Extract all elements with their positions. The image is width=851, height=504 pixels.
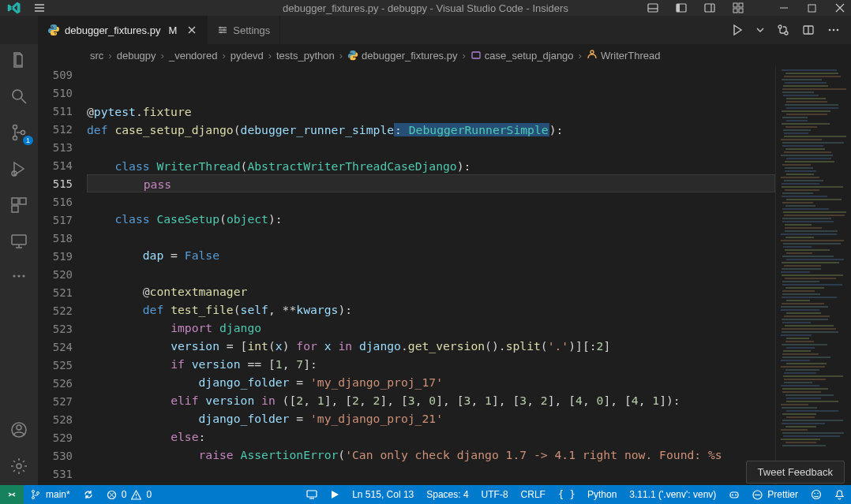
code-line[interactable] [87, 228, 775, 246]
code-line[interactable]: if version == [1, 7]: [87, 355, 775, 373]
code-line[interactable]: elif version in ([2, 1], [2, 2], [3, 0],… [87, 391, 775, 409]
branch-indicator[interactable]: main* [24, 489, 77, 500]
breadcrumb-item[interactable]: pydevd [231, 50, 264, 62]
svg-point-26 [13, 90, 22, 99]
window-minimize-icon[interactable] [779, 3, 789, 13]
code-line[interactable]: pass [87, 174, 775, 192]
extensions-icon[interactable] [9, 196, 28, 215]
breadcrumb-item[interactable]: src [90, 50, 103, 62]
indent-indicator[interactable]: Spaces: 4 [420, 489, 474, 500]
code-line[interactable] [87, 192, 775, 210]
sync-indicator[interactable] [77, 489, 100, 500]
breadcrumb-item[interactable]: tests_python [276, 50, 335, 62]
svg-point-20 [785, 32, 788, 35]
code-line[interactable]: class WriterThread(AbstractWriterThreadC… [87, 157, 775, 175]
breadcrumb-item[interactable]: _vendored [169, 50, 217, 62]
svg-point-45 [590, 50, 594, 54]
title-bar: debugger_fixtures.py - debugpy - Visual … [0, 0, 851, 16]
window-close-icon[interactable] [835, 3, 845, 13]
breadcrumb[interactable]: src›debugpy›_vendored›pydevd›tests_pytho… [38, 44, 851, 66]
editor[interactable]: 5095105115125135145155165175185195205215… [38, 66, 851, 485]
breadcrumb-item[interactable]: WriterThread [587, 50, 661, 62]
layout-grid-icon[interactable] [732, 2, 744, 14]
search-icon[interactable] [9, 87, 28, 106]
gear-icon[interactable] [9, 457, 28, 476]
more-icon[interactable] [827, 24, 840, 36]
code-line[interactable]: @contextmanager [87, 282, 775, 301]
chevron-right-icon: › [268, 50, 272, 62]
layout-sidebar-left-icon[interactable] [675, 2, 688, 14]
split-editor-icon[interactable] [802, 24, 815, 36]
run-debug-icon[interactable] [9, 159, 28, 178]
code-line[interactable]: django_folder = 'my_django_proj_17' [87, 373, 775, 391]
remote-indicator[interactable] [0, 485, 24, 504]
code-line[interactable] [87, 139, 775, 157]
svg-point-40 [22, 274, 24, 277]
feedback-icon[interactable] [804, 489, 828, 500]
code-line[interactable]: else: [87, 427, 775, 446]
code-line[interactable] [87, 264, 775, 282]
bell-icon[interactable] [828, 490, 851, 500]
cursor-position[interactable]: Ln 515, Col 13 [346, 489, 420, 500]
code-line[interactable]: raise AssertionError('Can only check dja… [87, 446, 775, 464]
breadcrumb-item[interactable]: case_setup_django [470, 50, 574, 62]
minimap[interactable] [775, 66, 851, 485]
svg-point-18 [220, 32, 223, 34]
problems-indicator[interactable]: 0 0 [100, 489, 158, 500]
accounts-icon[interactable] [9, 420, 28, 439]
code-line[interactable]: version = [int(x) for x in django.get_ve… [87, 337, 775, 355]
code-line[interactable]: django_folder = 'my_django_proj_21' [87, 409, 775, 427]
svg-point-28 [13, 125, 17, 129]
language-indicator[interactable]: { } Python [552, 489, 623, 500]
svg-point-57 [732, 495, 733, 496]
tab-settings[interactable]: Settings [208, 16, 280, 44]
code-line[interactable] [87, 84, 775, 103]
svg-point-61 [812, 491, 821, 499]
svg-point-30 [21, 131, 25, 135]
breadcrumb-item[interactable]: debugpy [117, 50, 156, 62]
more-views-icon[interactable] [11, 268, 27, 284]
source-control-icon[interactable]: 1 [9, 123, 28, 142]
tweet-feedback-tooltip: Tweet Feedback [746, 461, 845, 483]
code-area[interactable]: @pytest.fixturedef case_setup_django(deb… [87, 66, 775, 485]
svg-rect-6 [733, 3, 737, 7]
layout-sidebar-right-icon[interactable] [703, 2, 716, 14]
code-line[interactable]: dap = False [87, 246, 775, 264]
interpreter-indicator[interactable]: 3.11.1 ('.venv': venv) [623, 489, 722, 500]
warning-count: 0 [146, 489, 152, 500]
svg-point-46 [32, 491, 35, 493]
code-line[interactable]: def test_file(self, **kwargs): [87, 301, 775, 319]
svg-line-27 [21, 99, 26, 103]
menu-icon[interactable] [33, 2, 46, 14]
remote-explorer-icon[interactable] [9, 232, 28, 251]
window-maximize-icon[interactable] [808, 3, 816, 13]
svg-rect-3 [677, 4, 680, 12]
code-line[interactable] [87, 464, 775, 482]
code-line[interactable] [87, 66, 775, 84]
copilot-indicator[interactable] [722, 489, 746, 500]
breadcrumb-item[interactable]: debugger_fixtures.py [347, 50, 457, 62]
debug-start-indicator[interactable] [324, 490, 346, 499]
code-line[interactable]: @pytest.fixture [87, 103, 775, 121]
tab-debugger-fixtures[interactable]: debugger_fixtures.py M [38, 16, 208, 44]
code-line[interactable]: def case_setup_django(debugger_runner_si… [87, 121, 775, 139]
code-line[interactable]: class CaseSetup(object): [87, 210, 775, 228]
code-line[interactable]: import django [87, 319, 775, 337]
diff-icon[interactable] [777, 24, 789, 36]
svg-rect-44 [472, 52, 480, 58]
branch-name: main* [46, 489, 70, 500]
window-title: debugger_fixtures.py - debugpy - Visual … [283, 2, 568, 14]
svg-point-39 [17, 274, 20, 277]
encoding-indicator[interactable]: UTF-8 [475, 489, 515, 500]
prettier-indicator[interactable]: Prettier [746, 489, 804, 500]
svg-point-63 [817, 493, 819, 495]
close-icon[interactable] [186, 24, 197, 35]
svg-point-48 [37, 492, 39, 495]
settings-tab-icon [217, 24, 228, 35]
run-icon[interactable] [731, 24, 744, 36]
layout-panel-icon[interactable] [647, 2, 659, 14]
eol-indicator[interactable]: CRLF [515, 489, 552, 500]
chevron-down-icon[interactable] [756, 26, 764, 34]
explorer-icon[interactable] [9, 50, 28, 69]
screencast-indicator[interactable] [300, 489, 324, 500]
